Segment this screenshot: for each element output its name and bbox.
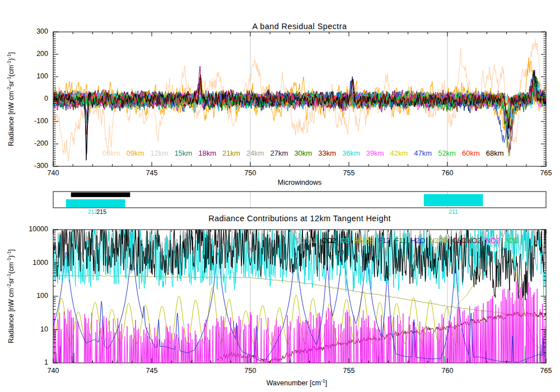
microwindow-bars — [66, 193, 483, 208]
x-tick-label-top: 740 — [48, 169, 59, 177]
legend-item-60km: 60km — [462, 149, 480, 157]
top-chart-title: A band Residual Spectra — [253, 22, 347, 31]
microwindow-bar-211 — [424, 194, 483, 207]
x-tick-label-bottom: 750 — [245, 367, 256, 375]
legend-item-68km: 68km — [486, 149, 504, 157]
y-tick-label-bottom: 10000 — [29, 225, 48, 233]
legend-item-47km: 47km — [414, 149, 432, 157]
x-tick-label-top: 765 — [540, 169, 552, 177]
y-tick-label-bottom: 1 — [44, 358, 48, 366]
x-tick-label-top: 745 — [146, 169, 158, 177]
y-tick-label-bottom: 1000 — [32, 259, 48, 267]
bottom-chart-ylabel: Radiance [nW cm-2sr-1(cm-1)-1] — [6, 249, 15, 343]
legend-item-21km: 21km — [222, 149, 240, 157]
legend-item-N2O5: N2O5 — [430, 237, 448, 245]
legend-item-30km: 30km — [294, 149, 312, 157]
top-series — [53, 39, 546, 161]
legend-item-39km: 39km — [366, 149, 384, 157]
legend-item-O3: O3 — [340, 237, 350, 245]
y-tick-label-top: 200 — [36, 50, 48, 58]
x-tick-label-bottom: 740 — [48, 367, 59, 375]
legend-item-NO2: NO2 — [486, 237, 500, 245]
series-NO2 — [53, 281, 546, 363]
y-tick-label-top: 0 — [44, 95, 48, 102]
microwindow-bar-215 — [71, 193, 130, 197]
legend-item-F12: F12 — [378, 237, 390, 245]
legend-item-06km: 06km — [102, 149, 120, 157]
legend-item-52km: 52km — [438, 149, 456, 157]
legend-item-HNO3: HNO3 — [354, 237, 374, 245]
x-tick-label-top: 755 — [343, 169, 355, 177]
plot-canvas — [0, 0, 560, 392]
bottom-series — [53, 229, 546, 363]
legend-item-27km: 27km — [270, 149, 288, 157]
microwindow-label-211: 211 — [449, 208, 458, 215]
microwindow-bar-212 — [66, 199, 125, 207]
y-tick-label-top: -200 — [34, 139, 48, 147]
spectra-figure: A band Residual Spectra Microwindows Rad… — [0, 0, 560, 392]
legend-item-24km: 24km — [246, 149, 264, 157]
top-chart-legend: 06km09km12km15km18km21km24km27km30km33km… — [102, 148, 510, 158]
legend-item-F11: F11 — [395, 237, 407, 245]
x-tick-label-bottom: 765 — [540, 367, 552, 375]
x-tick-label-top: 760 — [442, 169, 454, 177]
x-tick-label-bottom: 755 — [343, 367, 355, 375]
y-tick-label-top: 100 — [36, 72, 48, 80]
legend-item-CLONO2: CLONO2 — [452, 237, 481, 245]
y-tick-label-top: -100 — [34, 117, 48, 125]
legend-item-12km: 12km — [151, 149, 169, 157]
legend-item-33km: 33km — [318, 149, 336, 157]
legend-item-15km: 15km — [174, 149, 192, 157]
top-chart-xlabel: Microwindows — [278, 179, 322, 186]
legend-item-36km: 36km — [342, 149, 360, 157]
bottom-chart-xlabel: Wavenumber [cm-1] — [267, 378, 328, 387]
series-N2O5 — [53, 275, 546, 318]
legend-item-42km: 42km — [390, 149, 408, 157]
y-tick-label-bottom: 10 — [40, 325, 48, 333]
x-tick-label-top: 750 — [245, 169, 256, 177]
bottom-chart-title: Radiance Contributions at 12km Tangent H… — [208, 214, 391, 223]
legend-item-CO2: CO2 — [321, 237, 336, 245]
y-tick-label-top: -300 — [34, 162, 48, 170]
x-tick-label-bottom: 760 — [442, 367, 454, 375]
legend-item-09km: 09km — [127, 149, 144, 157]
legend-item-18km: 18km — [198, 149, 216, 157]
legend-item-H2O: H2O — [410, 237, 425, 245]
microwindow-label-215: 215 — [96, 208, 106, 215]
top-chart-ylabel: Radiance [nW cm-2sr-1(cm-1)-1] — [6, 52, 15, 146]
y-tick-label-bottom: 100 — [36, 292, 48, 300]
legend-item-N2O: N2O — [505, 237, 519, 245]
x-tick-label-bottom: 745 — [146, 367, 158, 375]
bottom-chart-legend: TOTALCO2O3HNO3F12F11H2ON2O5CLONO2NO2N2O — [295, 235, 524, 245]
legend-item-TOTAL: TOTAL — [295, 237, 317, 245]
y-tick-label-top: 300 — [36, 27, 48, 35]
